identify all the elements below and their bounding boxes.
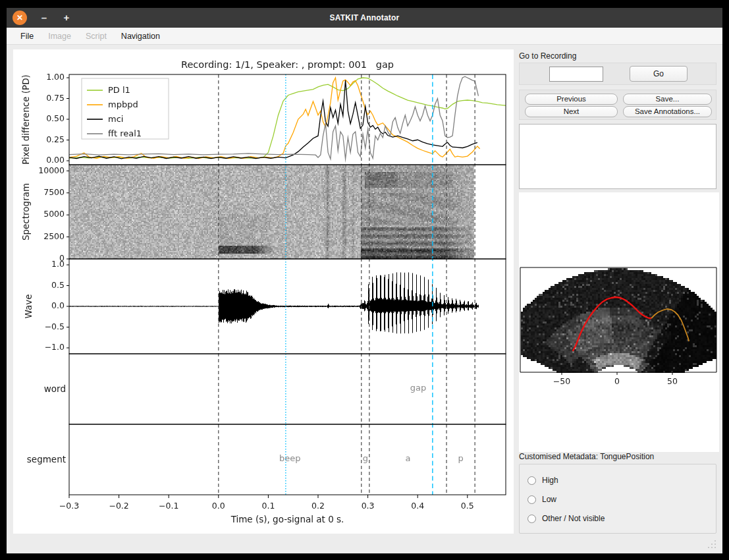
next-button[interactable]: Next <box>525 106 618 117</box>
menu-bar: File Image Script Navigation <box>7 28 722 45</box>
radio-option-high[interactable]: High <box>527 474 558 487</box>
menu-navigation[interactable]: Navigation <box>114 32 167 41</box>
radio-circle-low[interactable] <box>527 495 536 504</box>
resize-grip[interactable] <box>707 539 716 548</box>
menu-image: Image <box>41 32 78 41</box>
radio-option-low[interactable]: Low <box>527 493 556 506</box>
radio-option-other[interactable]: Other / Not visible <box>527 512 605 525</box>
goto-recording-input[interactable] <box>549 67 603 82</box>
radio-label-high: High <box>542 476 558 485</box>
goto-recording-label: Go to Recording <box>519 51 576 61</box>
save-button[interactable]: Save... <box>623 94 712 105</box>
tongue-position-groupbox: High Low Other / Not visible <box>519 464 716 534</box>
go-button[interactable]: Go <box>630 66 688 82</box>
goto-recording-panel: Go <box>519 63 716 85</box>
menu-file[interactable]: File <box>13 32 41 41</box>
radio-circle-other[interactable] <box>527 515 536 523</box>
desktop-background: ✕ – + SATKIT Annotator File Image Script… <box>0 0 729 560</box>
title-bar: ✕ – + SATKIT Annotator <box>7 8 722 28</box>
previous-button[interactable]: Previous <box>525 94 618 105</box>
menu-script: Script <box>78 32 114 41</box>
save-annotations-button[interactable]: Save Annotations... <box>623 106 712 117</box>
ultrasound-canvas[interactable] <box>519 192 719 452</box>
annotation-text-box[interactable] <box>519 124 716 189</box>
satkit-annotator-window: ✕ – + SATKIT Annotator File Image Script… <box>7 8 722 553</box>
minimize-button[interactable]: – <box>38 9 51 25</box>
radio-circle-high[interactable] <box>527 476 536 485</box>
radio-label-other: Other / Not visible <box>542 514 605 523</box>
close-button[interactable]: ✕ <box>13 11 27 25</box>
maximize-button[interactable]: + <box>60 9 73 25</box>
metadata-label: Customised Metadata: TonguePosition <box>519 452 654 461</box>
window-title: SATKIT Annotator <box>330 13 400 22</box>
radio-label-low: Low <box>542 495 556 504</box>
annotation-plots-canvas[interactable] <box>13 49 514 534</box>
navigation-panel: Previous Save... Next Save Annotations..… <box>519 90 716 120</box>
